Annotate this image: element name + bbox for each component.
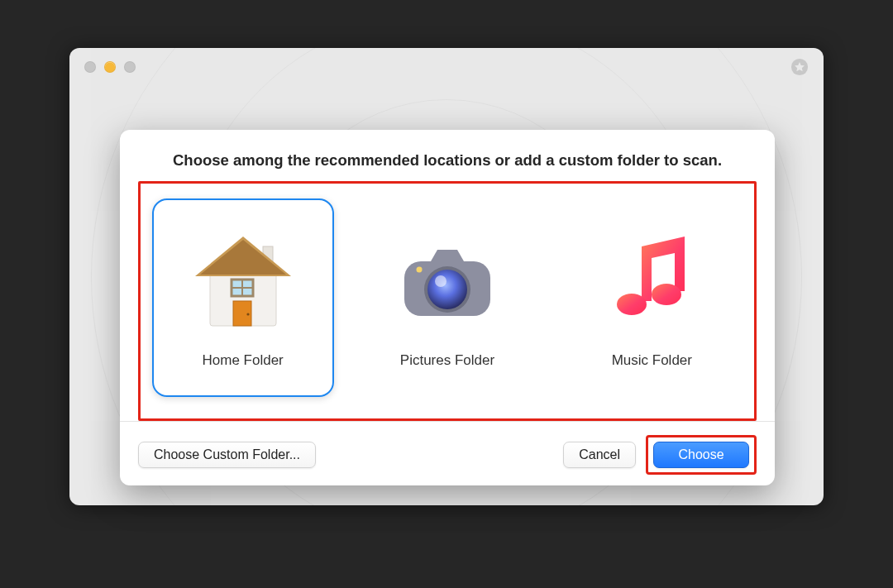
sheet-footer: Choose Custom Folder... Cancel Choose [120,421,775,490]
svg-point-15 [617,294,647,315]
home-folder-icon [185,222,301,337]
svg-point-14 [435,275,446,287]
location-options-callout: Home Folder [138,181,757,421]
svg-point-16 [652,284,681,305]
option-label-pictures: Pictures Folder [400,352,494,369]
star-icon [790,58,809,76]
option-music-folder[interactable]: Music Folder [561,198,743,397]
window-titlebar [69,48,824,86]
svg-point-11 [416,267,422,273]
svg-point-9 [246,313,249,315]
option-label-music: Music Folder [612,352,692,369]
sheet-title: Choose among the recommended locations o… [120,130,775,181]
choose-button-callout: Choose [646,435,757,475]
zoom-window-dot[interactable] [124,61,136,73]
choose-custom-folder-button[interactable]: Choose Custom Folder... [138,442,316,468]
close-window-dot[interactable] [84,61,96,73]
choose-button[interactable]: Choose [653,442,749,468]
svg-point-13 [427,270,467,309]
option-home-folder[interactable]: Home Folder [152,198,334,397]
music-folder-icon [594,222,709,337]
minimize-window-dot[interactable] [104,61,116,73]
pictures-folder-icon [389,222,505,337]
option-label-home: Home Folder [203,352,284,369]
option-pictures-folder[interactable]: Pictures Folder [356,198,538,397]
cancel-button[interactable]: Cancel [563,442,636,468]
choose-location-sheet: Choose among the recommended locations o… [120,130,775,485]
